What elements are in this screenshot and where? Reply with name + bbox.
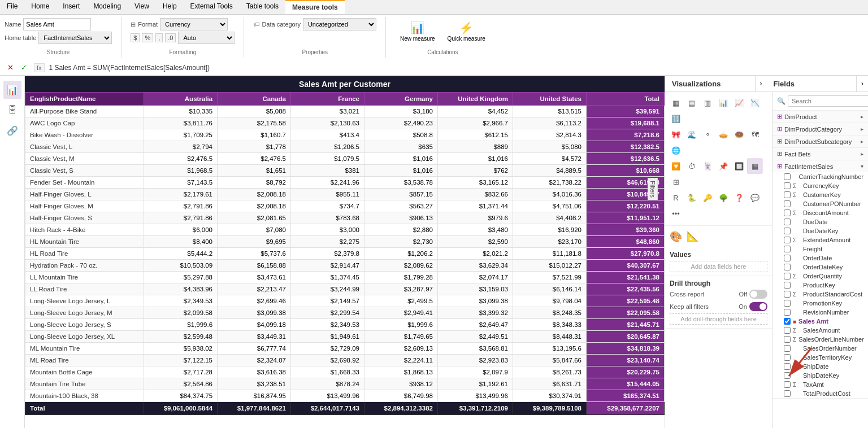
tab-table-tools[interactable]: Table tools bbox=[240, 0, 285, 14]
field-item[interactable]: OrderDate bbox=[772, 254, 868, 263]
tab-external-tools[interactable]: External Tools bbox=[184, 0, 240, 14]
viz-smart-narrative[interactable]: 💬 bbox=[748, 190, 762, 205]
viz-stacked-column[interactable]: ▥ bbox=[700, 95, 715, 110]
add-fields-button[interactable]: Add data fields here bbox=[670, 261, 767, 272]
field-item[interactable]: DueDate bbox=[772, 217, 868, 226]
viz-slicer[interactable]: 🔲 bbox=[732, 159, 747, 173]
field-item[interactable]: PromotionKey bbox=[772, 299, 868, 308]
field-checkbox[interactable] bbox=[784, 300, 791, 307]
field-item[interactable]: Σ CurrencyKey bbox=[772, 181, 868, 190]
left-icon-report[interactable]: 📊 bbox=[3, 81, 21, 99]
fields-search-input[interactable] bbox=[788, 95, 868, 107]
percent-button[interactable]: % bbox=[142, 33, 153, 42]
field-item[interactable]: Σ ExtendedAmount bbox=[772, 235, 868, 244]
data-category-select[interactable]: Uncategorized bbox=[303, 18, 376, 30]
viz-stacked-bar[interactable]: ▦ bbox=[669, 95, 683, 110]
field-checkbox[interactable] bbox=[784, 309, 791, 316]
viz-r-visual[interactable]: R bbox=[669, 190, 683, 205]
tab-modeling[interactable]: Modeling bbox=[86, 0, 128, 14]
field-item[interactable]: Σ OrderQuantity bbox=[772, 272, 868, 281]
viz-kpi[interactable]: 📌 bbox=[716, 159, 731, 173]
viz-more[interactable]: ••• bbox=[669, 206, 683, 221]
new-measure-button[interactable]: 📊 New measure bbox=[395, 18, 440, 45]
viz-area[interactable]: 📉 bbox=[748, 95, 762, 110]
viz-qa[interactable]: ❓ bbox=[732, 190, 747, 205]
viz-matrix[interactable]: ⊞ bbox=[669, 174, 683, 189]
field-checkbox[interactable] bbox=[784, 246, 791, 252]
field-item[interactable]: Σ DiscountAmount bbox=[772, 208, 868, 217]
tab-measure-tools[interactable]: Measure tools bbox=[285, 0, 345, 14]
format-select[interactable]: Currency bbox=[160, 18, 228, 30]
field-item[interactable]: OrderDateKey bbox=[772, 263, 868, 272]
tab-view[interactable]: View bbox=[128, 0, 156, 14]
field-item[interactable]: ■ Sales Amt bbox=[772, 317, 868, 326]
field-group-header[interactable]: ⊞ FactInternetSales ▾ bbox=[772, 160, 868, 172]
currency-button[interactable]: $ bbox=[131, 33, 140, 42]
visualizations-expand[interactable]: › bbox=[756, 76, 767, 91]
field-item[interactable]: Σ CustomerKey bbox=[772, 190, 868, 199]
field-checkbox[interactable] bbox=[784, 191, 791, 198]
field-checkbox[interactable] bbox=[784, 182, 791, 189]
tab-help[interactable]: Help bbox=[156, 0, 184, 14]
viz-line[interactable]: 📈 bbox=[732, 95, 747, 110]
filters-sidebar[interactable]: Filters bbox=[648, 178, 658, 200]
viz-donut[interactable]: 🍩 bbox=[732, 127, 747, 142]
add-drill-button[interactable]: Add drill-through fields here bbox=[670, 313, 767, 325]
field-checkbox[interactable] bbox=[784, 273, 791, 279]
name-input[interactable] bbox=[23, 18, 91, 30]
field-checkbox[interactable] bbox=[784, 209, 791, 216]
field-checkbox[interactable] bbox=[784, 237, 791, 243]
tab-file[interactable]: File bbox=[0, 0, 24, 14]
viz-analytics[interactable]: 📐 bbox=[685, 229, 700, 244]
field-item[interactable]: Σ ProductStandardCost bbox=[772, 290, 868, 299]
viz-gauge[interactable]: ⏱ bbox=[684, 159, 699, 173]
field-checkbox[interactable] bbox=[784, 390, 791, 397]
field-item[interactable]: DueDateKey bbox=[772, 226, 868, 235]
field-item[interactable]: CustomerPONumber bbox=[772, 199, 868, 208]
field-checkbox[interactable] bbox=[784, 327, 791, 334]
viz-waterfall[interactable]: 🌊 bbox=[684, 127, 699, 142]
field-group-header[interactable]: ⊞ DimProductCategory ▸ bbox=[772, 123, 868, 135]
viz-funnel[interactable]: 🔽 bbox=[669, 159, 683, 173]
fields-expand[interactable]: › bbox=[857, 76, 868, 91]
field-group-header[interactable]: ⊞ Fact Bets ▸ bbox=[772, 148, 868, 160]
field-checkbox[interactable] bbox=[784, 291, 791, 298]
viz-card[interactable]: 🃏 bbox=[700, 159, 715, 173]
tab-insert[interactable]: Insert bbox=[56, 0, 86, 14]
field-checkbox[interactable] bbox=[784, 264, 791, 270]
field-checkbox[interactable] bbox=[784, 318, 791, 325]
field-item[interactable]: Σ SalesAmount bbox=[772, 326, 868, 335]
field-checkbox[interactable] bbox=[784, 200, 791, 207]
formula-cancel-button[interactable]: ✕ bbox=[5, 62, 16, 73]
field-checkbox[interactable] bbox=[784, 173, 791, 180]
viz-map[interactable]: 🌐 bbox=[669, 143, 683, 158]
home-table-select[interactable]: FactInternetSales bbox=[38, 32, 112, 44]
viz-python[interactable]: 🐍 bbox=[684, 190, 699, 205]
field-group-header[interactable]: ⊞ DimProductSubcategory ▸ bbox=[772, 136, 868, 147]
formula-confirm-button[interactable]: ✓ bbox=[18, 62, 29, 73]
field-item[interactable]: Freight bbox=[772, 244, 868, 254]
table-wrapper[interactable]: EnglishProductName Australia Canada Fran… bbox=[25, 92, 665, 428]
left-icon-model[interactable]: 🔗 bbox=[3, 121, 21, 139]
comma-button[interactable]: , bbox=[155, 33, 163, 42]
quick-measure-button[interactable]: ⚡ Quick measure bbox=[442, 18, 491, 45]
left-icon-data[interactable]: 🗄 bbox=[3, 101, 21, 119]
field-item[interactable]: CarrierTrackingNumber bbox=[772, 172, 868, 181]
cross-report-toggle[interactable] bbox=[749, 290, 767, 299]
viz-treemap[interactable]: 🗺 bbox=[748, 127, 762, 142]
field-item[interactable]: ProductKey bbox=[772, 281, 868, 290]
field-checkbox[interactable] bbox=[784, 282, 791, 289]
viz-clustered-bar[interactable]: ▤ bbox=[684, 95, 699, 110]
keep-filters-toggle[interactable] bbox=[749, 302, 767, 311]
viz-decomp-tree[interactable]: 🌳 bbox=[716, 190, 731, 205]
auto-select[interactable]: Auto bbox=[178, 32, 235, 44]
viz-scatter[interactable]: ⚬ bbox=[700, 127, 715, 142]
viz-clustered-column[interactable]: 📊 bbox=[716, 95, 731, 110]
viz-key-influencers[interactable]: 🔑 bbox=[700, 190, 715, 205]
field-item[interactable]: RevisionNumber bbox=[772, 308, 868, 317]
viz-ribbon[interactable]: 🎀 bbox=[669, 127, 683, 142]
field-checkbox[interactable] bbox=[784, 219, 791, 225]
decimal-up-button[interactable]: .0 bbox=[165, 33, 176, 42]
viz-table[interactable]: ▦ bbox=[748, 159, 762, 173]
field-item[interactable]: TotalProductCost bbox=[772, 389, 868, 398]
